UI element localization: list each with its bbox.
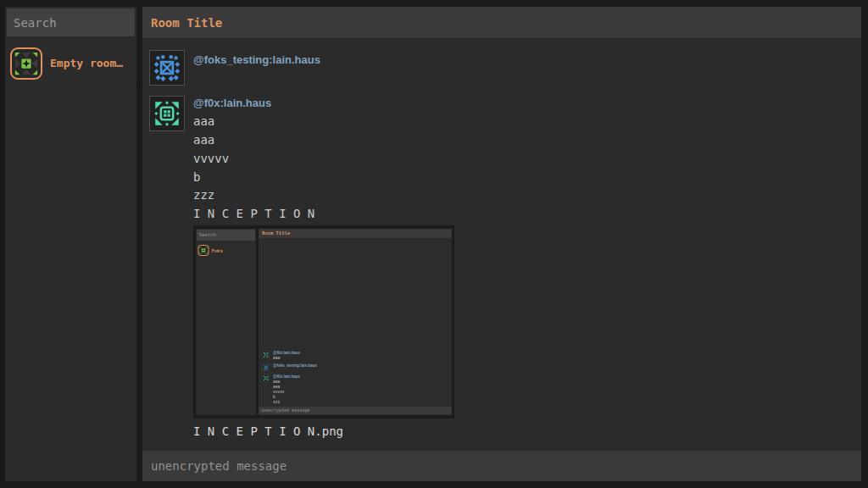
message-text: vvvvv bbox=[193, 152, 229, 170]
message-text: zzz bbox=[193, 188, 214, 207]
embedded-user-avatar-icon bbox=[262, 351, 270, 358]
sidebar: Empty room… bbox=[5, 7, 136, 481]
chat-panel: Room Title @foks_testing:lain.haus bbox=[142, 7, 861, 481]
embedded-room-title: Room Title bbox=[259, 229, 452, 238]
embedded-message: @f0x:lain.haus aaa aaa vvvvv b zzz bbox=[262, 374, 450, 405]
embedded-sidebar: Search bbox=[196, 229, 256, 415]
message-text: I N C E P T I O N bbox=[193, 207, 314, 225]
embedded-room-list-item: Foks bbox=[196, 242, 256, 258]
room-header: Room Title bbox=[142, 7, 861, 38]
room-avatar-icon bbox=[10, 47, 42, 80]
app-window: Empty room… Room Title bbox=[0, 0, 868, 488]
embedded-message-text: zzz bbox=[273, 399, 300, 404]
message-text: aaa bbox=[193, 114, 214, 133]
room-name: Empty room… bbox=[50, 57, 123, 69]
message-sender: @f0x:lain.haus bbox=[193, 97, 271, 109]
embedded-screenshot: Search bbox=[193, 225, 454, 419]
message-sender: @foks_testing:lain.haus bbox=[193, 53, 320, 66]
embedded-message-list: @f0x:lain.haus aaa bbox=[262, 348, 450, 405]
embedded-user-avatar-icon bbox=[262, 363, 270, 371]
embedded-room-name: Foks bbox=[212, 247, 223, 253]
search-input[interactable] bbox=[7, 8, 135, 36]
attachment-filename: I N C E P T I O N.png bbox=[193, 424, 343, 438]
embedded-user-avatar-icon bbox=[262, 374, 270, 382]
embedded-search-input: Search bbox=[197, 230, 255, 241]
embedded-message-input: unencrypted message bbox=[259, 407, 452, 414]
embedded-message: @foks_testing:lain.haus bbox=[262, 363, 450, 371]
embedded-message-text: aaa bbox=[273, 356, 300, 361]
room-title: Room Title bbox=[151, 16, 222, 30]
embedded-chat-panel: Room Title @f0x:lain.hau bbox=[259, 229, 452, 415]
image-attachment[interactable]: Search bbox=[193, 225, 454, 419]
embedded-room-avatar-icon bbox=[198, 245, 209, 256]
message-text: b bbox=[193, 170, 200, 189]
message-text: aaa bbox=[193, 133, 214, 152]
embedded-message-sender: @foks_testing:lain.haus bbox=[273, 363, 317, 369]
user-avatar-icon bbox=[149, 50, 185, 86]
user-avatar-icon bbox=[149, 96, 185, 131]
embedded-message: @f0x:lain.haus aaa bbox=[262, 351, 450, 361]
message-input[interactable] bbox=[142, 451, 861, 481]
room-list-item[interactable]: Empty room… bbox=[5, 41, 136, 86]
